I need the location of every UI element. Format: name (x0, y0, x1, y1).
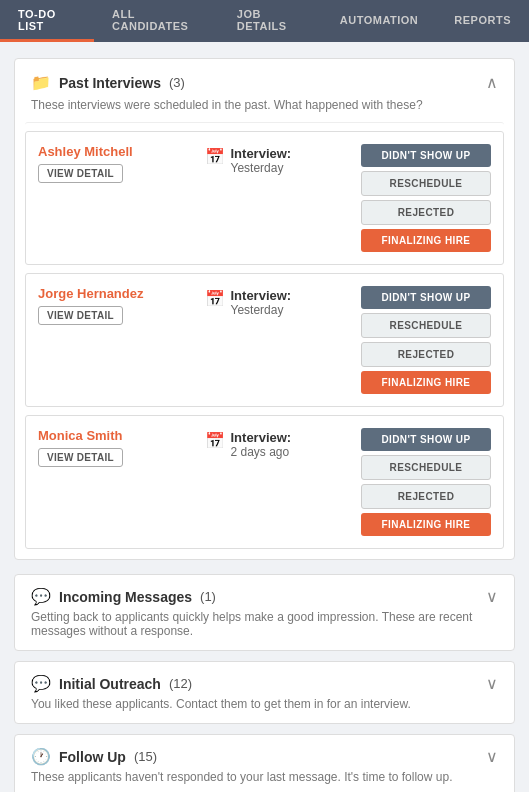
view-detail-monica[interactable]: VIEW DETAIL (38, 448, 123, 467)
table-row: Monica Smith VIEW DETAIL 📅 Interview: 2 … (25, 415, 504, 549)
follow-up-title: Follow Up (59, 749, 126, 765)
rejected-monica[interactable]: REJECTED (361, 484, 491, 509)
interview-list: Ashley Mitchell VIEW DETAIL 📅 Interview:… (25, 122, 504, 549)
past-interviews-subtitle: These interviews were scheduled in the p… (15, 96, 514, 122)
message-icon: 💬 (31, 587, 51, 606)
candidate-name-jorge[interactable]: Jorge Hernandez (38, 286, 178, 301)
nav-all-candidates[interactable]: ALL CANDIDATES (94, 0, 219, 42)
interview-label-jorge: Interview: (231, 288, 292, 303)
incoming-messages-count: (1) (200, 589, 216, 604)
follow-up-count: (15) (134, 749, 157, 764)
past-interviews-title: Past Interviews (59, 75, 161, 91)
rejected-ashley[interactable]: REJECTED (361, 200, 491, 225)
initial-outreach-header: 💬 Initial Outreach (12) ∨ (15, 662, 514, 697)
action-buttons-ashley: DIDN'T SHOW UP RESCHEDULE REJECTED FINAL… (361, 144, 491, 252)
follow-up-subtitle: These applicants haven't responded to yo… (15, 770, 514, 792)
follow-up-section: 🕐 Follow Up (15) ∨ These applicants have… (14, 734, 515, 792)
calendar-icon-ashley: 📅 (205, 147, 225, 166)
follow-up-header: 🕐 Follow Up (15) ∨ (15, 735, 514, 770)
past-interviews-count: (3) (169, 75, 185, 90)
action-buttons-monica: DIDN'T SHOW UP RESCHEDULE REJECTED FINAL… (361, 428, 491, 536)
follow-up-chevron[interactable]: ∨ (486, 747, 498, 766)
interview-when-ashley: Yesterday (231, 161, 292, 175)
interview-label-ashley: Interview: (231, 146, 292, 161)
incoming-messages-section: 💬 Incoming Messages (1) ∨ Getting back t… (14, 574, 515, 651)
calendar-folder-icon: 📁 (31, 73, 51, 92)
past-interviews-chevron-up[interactable]: ∧ (486, 73, 498, 92)
view-detail-ashley[interactable]: VIEW DETAIL (38, 164, 123, 183)
follow-up-title-row: 🕐 Follow Up (15) (31, 747, 157, 766)
table-row: Jorge Hernandez VIEW DETAIL 📅 Interview:… (25, 273, 504, 407)
nav-automation[interactable]: AUTOMATION (322, 0, 437, 42)
reschedule-monica[interactable]: RESCHEDULE (361, 455, 491, 480)
initial-outreach-section: 💬 Initial Outreach (12) ∨ You liked thes… (14, 661, 515, 724)
candidate-name-ashley[interactable]: Ashley Mitchell (38, 144, 178, 159)
incoming-messages-subtitle: Getting back to applicants quickly helps… (15, 610, 514, 650)
incoming-messages-chevron[interactable]: ∨ (486, 587, 498, 606)
nav-job-details[interactable]: JOB DETAILS (219, 0, 322, 42)
initial-outreach-count: (12) (169, 676, 192, 691)
interview-time-jorge: 📅 Interview: Yesterday (205, 286, 335, 317)
interview-when-monica: 2 days ago (231, 445, 292, 459)
past-interviews-title-row: 📁 Past Interviews (3) (31, 73, 185, 92)
table-row: Ashley Mitchell VIEW DETAIL 📅 Interview:… (25, 131, 504, 265)
interview-when-jorge: Yesterday (231, 303, 292, 317)
interview-time-ashley: 📅 Interview: Yesterday (205, 144, 335, 175)
reschedule-ashley[interactable]: RESCHEDULE (361, 171, 491, 196)
view-detail-jorge[interactable]: VIEW DETAIL (38, 306, 123, 325)
candidate-info-jorge: Jorge Hernandez VIEW DETAIL (38, 286, 178, 325)
candidate-name-monica[interactable]: Monica Smith (38, 428, 178, 443)
initial-outreach-subtitle: You liked these applicants. Contact them… (15, 697, 514, 723)
nav-reports[interactable]: REPORTS (436, 0, 529, 42)
action-buttons-jorge: DIDN'T SHOW UP RESCHEDULE REJECTED FINAL… (361, 286, 491, 394)
candidate-info-ashley: Ashley Mitchell VIEW DETAIL (38, 144, 178, 183)
past-interviews-section: 📁 Past Interviews (3) ∧ These interviews… (14, 58, 515, 560)
initial-outreach-title: Initial Outreach (59, 676, 161, 692)
initial-outreach-title-row: 💬 Initial Outreach (12) (31, 674, 192, 693)
didnt-show-up-monica[interactable]: DIDN'T SHOW UP (361, 428, 491, 451)
finalizing-hire-jorge[interactable]: FINALIZING HIRE (361, 371, 491, 394)
calendar-icon-jorge: 📅 (205, 289, 225, 308)
didnt-show-up-ashley[interactable]: DIDN'T SHOW UP (361, 144, 491, 167)
incoming-messages-title: Incoming Messages (59, 589, 192, 605)
rejected-jorge[interactable]: REJECTED (361, 342, 491, 367)
message-icon-outreach: 💬 (31, 674, 51, 693)
initial-outreach-chevron[interactable]: ∨ (486, 674, 498, 693)
candidate-info-monica: Monica Smith VIEW DETAIL (38, 428, 178, 467)
nav-todo-list[interactable]: TO-DO LIST (0, 0, 94, 42)
finalizing-hire-monica[interactable]: FINALIZING HIRE (361, 513, 491, 536)
incoming-messages-header: 💬 Incoming Messages (1) ∨ (15, 575, 514, 610)
clock-icon: 🕐 (31, 747, 51, 766)
reschedule-jorge[interactable]: RESCHEDULE (361, 313, 491, 338)
interview-time-monica: 📅 Interview: 2 days ago (205, 428, 335, 459)
top-navigation: TO-DO LIST ALL CANDIDATES JOB DETAILS AU… (0, 0, 529, 42)
calendar-icon-monica: 📅 (205, 431, 225, 450)
interview-label-monica: Interview: (231, 430, 292, 445)
incoming-messages-title-row: 💬 Incoming Messages (1) (31, 587, 216, 606)
finalizing-hire-ashley[interactable]: FINALIZING HIRE (361, 229, 491, 252)
didnt-show-up-jorge[interactable]: DIDN'T SHOW UP (361, 286, 491, 309)
past-interviews-header: 📁 Past Interviews (3) ∧ (15, 59, 514, 96)
main-content: 📁 Past Interviews (3) ∧ These interviews… (0, 42, 529, 792)
